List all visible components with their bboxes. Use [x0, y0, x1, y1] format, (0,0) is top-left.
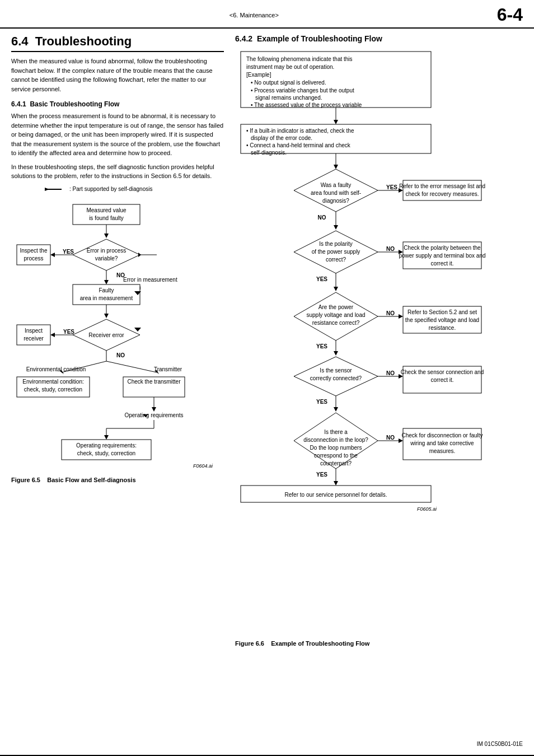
svg-text:the specified voltage and load: the specified voltage and load	[405, 317, 479, 323]
svg-marker-6	[104, 234, 109, 238]
svg-marker-27	[104, 314, 109, 318]
svg-marker-50	[152, 407, 156, 412]
svg-text:• No output signal is delivere: • No output signal is delivered.	[251, 80, 326, 86]
svg-text:correct it.: correct it.	[430, 377, 453, 383]
svg-text:YES: YES	[386, 184, 397, 190]
svg-text:area in measurement: area in measurement	[80, 295, 133, 301]
svg-text:Operating requirements:: Operating requirements:	[76, 442, 137, 449]
svg-text:diagnosis?: diagnosis?	[322, 198, 349, 204]
figure-6-6-svg: The following phenomena indicate that th…	[235, 49, 493, 637]
svg-marker-132	[334, 407, 338, 412]
svg-marker-1	[45, 188, 49, 191]
sub1-para2: In these troubleshooting steps, the self…	[11, 162, 224, 181]
subsection-title-1: 6.4.1 Basic Troubleshooting Flow	[11, 100, 224, 108]
svg-text:Is the sensor: Is the sensor	[320, 367, 352, 374]
header-section-label: <6. Maintenance>	[11, 12, 497, 18]
svg-text:NO: NO	[116, 352, 125, 358]
svg-marker-12	[50, 253, 55, 257]
svg-text:Refer to the error message lis: Refer to the error message list and	[399, 183, 485, 189]
svg-text:check for recovery measures.: check for recovery measures.	[405, 191, 479, 197]
svg-text:Error in process: Error in process	[87, 248, 127, 254]
svg-marker-72	[334, 120, 338, 124]
svg-text:Inspect: Inspect	[25, 328, 43, 334]
svg-marker-120	[334, 351, 338, 356]
svg-text:power supply and terminal box : power supply and terminal box and	[399, 253, 485, 259]
section-title: 6.4 Troubleshooting	[11, 34, 224, 52]
svg-marker-56	[104, 435, 109, 440]
svg-text:of the power supply: of the power supply	[312, 249, 360, 255]
svg-marker-79	[334, 165, 338, 169]
svg-text:Inspect the: Inspect the	[20, 248, 48, 254]
svg-text:[Example]: [Example]	[246, 72, 271, 78]
svg-text:Is the polarity: Is the polarity	[319, 241, 352, 247]
intro-paragraph: When the measured value is found abnorma…	[11, 57, 224, 94]
svg-marker-106	[334, 287, 338, 291]
svg-text:Is there a: Is there a	[324, 429, 348, 435]
legend: : Part supported by self-diagnosis	[45, 185, 224, 193]
footer-ref: IM 01C50B01-01E	[477, 741, 523, 747]
left-column: 6.4 Troubleshooting When the measured va…	[11, 34, 224, 647]
svg-text:correspond to the: correspond to the	[314, 452, 358, 459]
svg-text:• If a built-in indicator is a: • If a built-in indicator is attached, c…	[246, 128, 354, 134]
svg-text:NO: NO	[386, 246, 395, 252]
svg-text:Check the transmitter: Check the transmitter	[127, 379, 181, 385]
svg-marker-141	[399, 438, 403, 443]
svg-text:• The assessed value of the pr: • The assessed value of the process vari…	[251, 102, 362, 108]
svg-text:YES: YES	[63, 249, 74, 255]
svg-text:NO: NO	[318, 214, 326, 221]
svg-marker-32	[50, 333, 55, 337]
right-column: 6.4.2 Example of Troubleshooting Flow Th…	[235, 34, 523, 647]
svg-text:correct?: correct?	[326, 256, 346, 263]
legend-arrow-icon	[45, 185, 67, 193]
page-header: <6. Maintenance> 6-4	[0, 0, 534, 29]
svg-text:receiver: receiver	[24, 335, 44, 342]
svg-marker-7	[73, 239, 140, 270]
svg-text:NO: NO	[386, 310, 395, 316]
page: <6. Maintenance> 6-4 6.4 Troubleshooting…	[0, 0, 534, 756]
svg-marker-62	[134, 328, 141, 332]
svg-text:counterpart?: counterpart?	[320, 460, 352, 466]
figure-6-6-label: Figure 6.6 Example of Troubleshooting Fl…	[235, 640, 523, 647]
svg-text:resistance correct?: resistance correct?	[312, 320, 360, 326]
svg-text:NO: NO	[386, 435, 395, 441]
svg-text:is found faulty: is found faulty	[89, 215, 124, 221]
svg-text:Check for disconnection or fau: Check for disconnection or faulty	[401, 432, 483, 438]
svg-text:wiring and take corrective: wiring and take corrective	[410, 440, 474, 446]
svg-text:F0604.ai: F0604.ai	[193, 463, 213, 469]
svg-text:YES: YES	[63, 329, 74, 335]
svg-text:resistance.: resistance.	[429, 325, 456, 331]
svg-text:instrument may be out of opera: instrument may be out of operation.	[246, 64, 334, 70]
svg-text:NO: NO	[386, 370, 395, 376]
svg-text:check, study, correction: check, study, correction	[77, 450, 135, 456]
svg-text:Faulty: Faulty	[99, 287, 114, 293]
svg-text:YES: YES	[316, 399, 327, 405]
svg-text:check, study, correction: check, study, correction	[24, 386, 82, 393]
svg-text:Was a faulty: Was a faulty	[321, 182, 352, 188]
svg-text:self-diagnosis.: self-diagnosis.	[251, 150, 287, 156]
figure-6-5-svg: Measured value is found faulty Error in …	[11, 199, 224, 473]
svg-marker-148	[334, 481, 338, 486]
svg-text:area found with self-: area found with self-	[311, 190, 361, 196]
svg-text:correct it.: correct it.	[430, 260, 453, 267]
svg-text:Are the power: Are the power	[318, 304, 354, 310]
svg-line-41	[106, 361, 157, 372]
svg-text:Environmental condition: Environmental condition	[26, 366, 86, 372]
svg-text:measures.: measures.	[429, 448, 456, 454]
svg-text:F0605.ai: F0605.ai	[417, 506, 437, 512]
svg-text:• Process variable changes but: • Process variable changes but the outpu…	[251, 87, 354, 94]
svg-text:Receiver error: Receiver error	[88, 332, 124, 338]
figure-6-5-container: Measured value is found faulty Error in …	[11, 199, 224, 473]
svg-text:YES: YES	[316, 343, 327, 349]
svg-text:supply voltage and load: supply voltage and load	[306, 312, 365, 318]
page-number: 6-4	[497, 4, 523, 25]
svg-text:Error in measurement: Error in measurement	[123, 277, 177, 283]
svg-text:signal remains unchanged.: signal remains unchanged.	[255, 95, 322, 101]
svg-text:Check the polarity between the: Check the polarity between the	[404, 245, 481, 251]
svg-text:Environmental condition:: Environmental condition:	[22, 379, 84, 385]
subsection-title-2: 6.4.2 Example of Troubleshooting Flow	[235, 34, 523, 43]
svg-text:Refer to our service personnel: Refer to our service personnel for detai…	[285, 492, 387, 498]
svg-text:Refer to Section 5.2 and set: Refer to Section 5.2 and set	[407, 309, 477, 315]
svg-text:Operating requirements: Operating requirements	[124, 412, 183, 418]
svg-text:The following phenomena indica: The following phenomena indicate that th…	[246, 56, 353, 62]
svg-text:correctly connected?: correctly connected?	[310, 375, 362, 381]
